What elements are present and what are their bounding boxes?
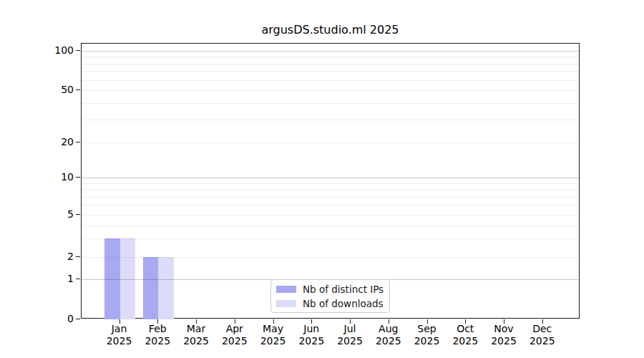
- gridline-minor-90: [82, 57, 579, 57]
- legend-item-downloads: Nb of downloads: [276, 297, 389, 309]
- y-tick-100: [76, 50, 80, 51]
- gridline-minor-50: [82, 90, 579, 91]
- legend-label-downloads: Nb of downloads: [303, 298, 384, 309]
- gridline-minor-70: [82, 71, 579, 72]
- bar-distinct-ips-feb: [143, 257, 159, 319]
- legend: Nb of distinct IPs Nb of downloads: [270, 279, 390, 313]
- y-tick-10: [76, 177, 80, 178]
- gridline-minor-7: [82, 197, 579, 198]
- x-tick-label-dec: Dec2025: [519, 323, 565, 347]
- y-tick-50: [76, 90, 80, 90]
- y-tick-label-20: 20: [39, 136, 74, 147]
- bar-downloads-feb: [158, 257, 174, 319]
- y-tick-2: [76, 256, 80, 257]
- legend-swatch-downloads-icon: [276, 300, 296, 307]
- gridline-minor-30: [82, 120, 579, 120]
- y-tick-label-5: 5: [39, 208, 74, 220]
- legend-item-distinct-ips: Nb of distinct IPs: [276, 283, 389, 295]
- y-tick-label-10: 10: [39, 171, 74, 183]
- chart-title: argusDS.studio.ml 2025: [81, 23, 580, 37]
- gridline-minor-60: [82, 80, 579, 81]
- gridline-minor-80: [82, 64, 579, 64]
- y-tick-label-50: 50: [39, 84, 74, 95]
- gridline-minor-40: [82, 103, 579, 104]
- gridline-minor-20: [82, 142, 579, 143]
- legend-label-distinct-ips: Nb of distinct IPs: [303, 284, 384, 295]
- gridline-minor-4: [82, 226, 579, 226]
- gridline-minor-5: [82, 215, 579, 216]
- y-tick-20: [76, 142, 80, 142]
- y-tick-label-1: 1: [39, 273, 74, 284]
- chart-figure: argusDS.studio.ml 2025 0125102050100Jan2…: [0, 0, 644, 358]
- gridline-minor-9: [82, 183, 579, 184]
- gridline-major-10: [82, 178, 579, 178]
- y-tick-label-0: 0: [39, 313, 74, 324]
- plot-area: [81, 43, 580, 319]
- y-tick-5: [76, 214, 80, 215]
- y-tick-1: [76, 279, 80, 279]
- y-tick-0: [76, 319, 80, 319]
- gridline-minor-6: [82, 205, 579, 205]
- y-tick-label-2: 2: [39, 251, 74, 262]
- gridline-minor-2: [82, 257, 579, 258]
- legend-swatch-distinct-ips-icon: [276, 286, 296, 293]
- gridline-minor-8: [82, 190, 579, 190]
- y-tick-label-100: 100: [39, 44, 74, 56]
- gridline-major-100: [82, 51, 579, 52]
- gridline-minor-3: [82, 238, 579, 239]
